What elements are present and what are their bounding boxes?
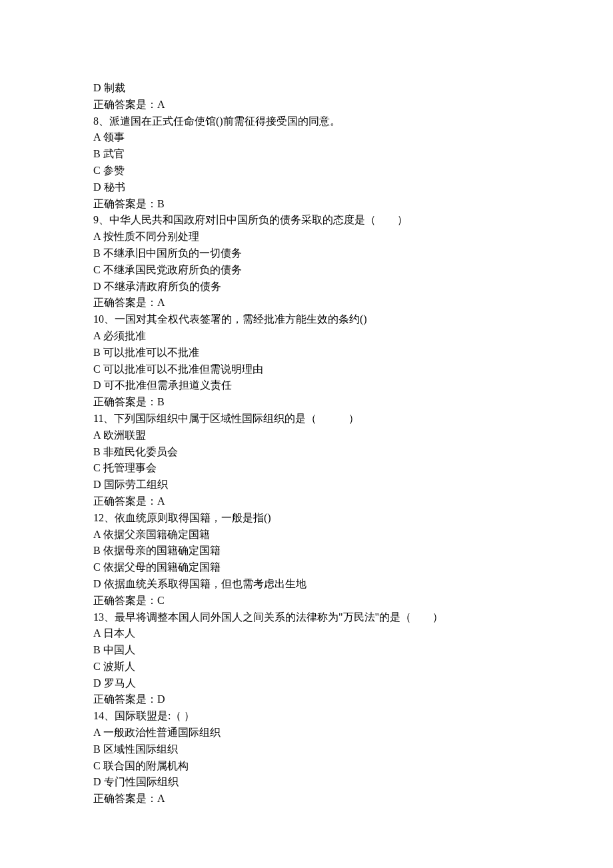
question-stem: 8、派遣国在正式任命使馆()前需征得接受国的同意。	[93, 113, 520, 130]
question-stem: 11、下列国际组织中属于区域性国际组织的是（ ）	[93, 411, 520, 427]
option-line: C 可以批准可以不批准但需说明理由	[93, 361, 520, 378]
option-line: C 依据父母的国籍确定国籍	[93, 559, 520, 576]
answer-line: 正确答案是：A	[93, 97, 520, 113]
option-line: D 制裁	[93, 80, 520, 97]
option-line: C 联合国的附属机构	[93, 758, 520, 775]
leading-fragment: D 制裁 正确答案是：A	[93, 80, 520, 113]
option-line: D 不继承清政府所负的债务	[93, 279, 520, 295]
answer-line: 正确答案是：B	[93, 394, 520, 411]
option-line: A 依据父亲国籍确定国籍	[93, 527, 520, 543]
question-10: 10、一国对其全权代表签署的，需经批准方能生效的条约() A 必须批准 B 可以…	[93, 311, 520, 411]
option-line: D 国际劳工组织	[93, 477, 520, 493]
question-11: 11、下列国际组织中属于区域性国际组织的是（ ） A 欧洲联盟 B 非殖民化委员…	[93, 411, 520, 510]
option-line: B 中国人	[93, 642, 520, 659]
question-8: 8、派遣国在正式任命使馆()前需征得接受国的同意。 A 领事 B 武官 C 参赞…	[93, 113, 520, 213]
question-stem: 13、最早将调整本国人同外国人之间关系的法律称为"万民法"的是（ ）	[93, 609, 520, 626]
option-line: B 可以批准可以不批准	[93, 345, 520, 361]
option-line: C 参赞	[93, 163, 520, 179]
option-line: D 可不批准但需承担道义责任	[93, 377, 520, 394]
option-line: B 依据母亲的国籍确定国籍	[93, 543, 520, 559]
option-line: A 日本人	[93, 625, 520, 642]
question-stem: 9、中华人民共和国政府对旧中国所负的债务采取的态度是（ ）	[93, 212, 520, 229]
option-line: B 武官	[93, 146, 520, 163]
question-stem: 10、一国对其全权代表签署的，需经批准方能生效的条约()	[93, 311, 520, 328]
option-line: B 区域性国际组织	[93, 741, 520, 758]
answer-line: 正确答案是：A	[93, 493, 520, 510]
option-line: C 托管理事会	[93, 460, 520, 477]
question-9: 9、中华人民共和国政府对旧中国所负的债务采取的态度是（ ） A 按性质不同分别处…	[93, 212, 520, 311]
answer-line: 正确答案是：B	[93, 196, 520, 213]
document-page: D 制裁 正确答案是：A 8、派遣国在正式任命使馆()前需征得接受国的同意。 A…	[0, 0, 613, 861]
question-stem: 14、国际联盟是:（ ）	[93, 708, 520, 725]
question-13: 13、最早将调整本国人同外国人之间关系的法律称为"万民法"的是（ ） A 日本人…	[93, 609, 520, 709]
answer-line: 正确答案是：C	[93, 593, 520, 609]
option-line: A 按性质不同分别处理	[93, 229, 520, 245]
answer-line: 正确答案是：A	[93, 295, 520, 311]
question-14: 14、国际联盟是:（ ） A 一般政治性普通国际组织 B 区域性国际组织 C 联…	[93, 708, 520, 807]
option-line: D 依据血统关系取得国籍，但也需考虑出生地	[93, 576, 520, 593]
answer-line: 正确答案是：D	[93, 691, 520, 708]
option-line: C 波斯人	[93, 659, 520, 675]
option-line: D 罗马人	[93, 675, 520, 692]
question-stem: 12、依血统原则取得国籍，一般是指()	[93, 510, 520, 527]
option-line: A 领事	[93, 129, 520, 146]
question-12: 12、依血统原则取得国籍，一般是指() A 依据父亲国籍确定国籍 B 依据母亲的…	[93, 510, 520, 609]
option-line: A 必须批准	[93, 328, 520, 345]
option-line: C 不继承国民党政府所负的债务	[93, 262, 520, 279]
option-line: D 专门性国际组织	[93, 774, 520, 791]
option-line: A 一般政治性普通国际组织	[93, 725, 520, 741]
option-line: A 欧洲联盟	[93, 427, 520, 444]
option-line: B 非殖民化委员会	[93, 444, 520, 461]
option-line: B 不继承旧中国所负的一切债务	[93, 245, 520, 262]
option-line: D 秘书	[93, 179, 520, 196]
answer-line: 正确答案是：A	[93, 791, 520, 807]
